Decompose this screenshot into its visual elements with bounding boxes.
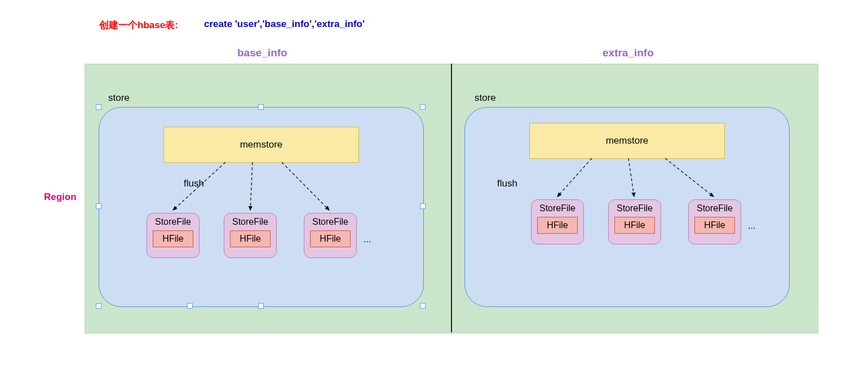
sel-handle[interactable] xyxy=(258,104,264,110)
storefile-title: StoreFile xyxy=(617,203,653,213)
store-label-1: store xyxy=(108,92,130,104)
storefile-box: StoreFile HFile xyxy=(688,199,741,244)
storefile-box: StoreFile HFile xyxy=(147,213,200,258)
flush-label-2: flush xyxy=(497,178,517,189)
memstore-box-1: memstore xyxy=(163,127,359,163)
title-command: create 'user','base_info','extra_info' xyxy=(204,19,365,30)
region-label: Region xyxy=(44,192,77,203)
storefile-title: StoreFile xyxy=(539,203,575,213)
hfile-box: HFile xyxy=(694,217,735,234)
storefile-box: StoreFile HFile xyxy=(224,213,277,258)
memstore-label-2: memstore xyxy=(606,135,649,146)
colhead-extra-info: extra_info xyxy=(603,47,654,59)
region-divider xyxy=(451,64,452,332)
storefile-box: StoreFile HFile xyxy=(531,199,584,244)
sel-handle[interactable] xyxy=(187,303,193,309)
title-prefix: 创建一个hbase表: xyxy=(99,19,178,32)
hfile-box: HFile xyxy=(230,230,271,247)
hfile-box: HFile xyxy=(537,217,578,234)
diagram-canvas: 创建一个hbase表: create 'user','base_info','e… xyxy=(0,0,868,387)
sel-handle[interactable] xyxy=(96,203,101,209)
sel-handle[interactable] xyxy=(96,303,101,309)
store-label-2: store xyxy=(475,92,496,104)
memstore-label-1: memstore xyxy=(240,139,283,150)
memstore-box-2: memstore xyxy=(529,123,725,159)
storefile-box: StoreFile HFile xyxy=(304,213,357,258)
hfile-box: HFile xyxy=(614,217,655,234)
hfile-box: HFile xyxy=(153,230,193,247)
storefile-title: StoreFile xyxy=(312,217,348,227)
sel-handle[interactable] xyxy=(420,104,426,110)
ellipsis-2: ... xyxy=(748,221,755,231)
sel-handle[interactable] xyxy=(420,303,426,309)
storefile-title: StoreFile xyxy=(232,217,268,227)
hfile-box: HFile xyxy=(310,230,351,247)
sel-handle[interactable] xyxy=(258,303,264,309)
colhead-base-info: base_info xyxy=(237,47,287,59)
ellipsis-1: ... xyxy=(364,234,371,244)
sel-handle[interactable] xyxy=(96,104,101,110)
storefile-title: StoreFile xyxy=(155,217,191,227)
sel-handle[interactable] xyxy=(420,203,426,209)
flush-label-1: flush xyxy=(184,178,204,189)
storefile-box: StoreFile HFile xyxy=(608,199,661,244)
storefile-title: StoreFile xyxy=(697,203,733,213)
